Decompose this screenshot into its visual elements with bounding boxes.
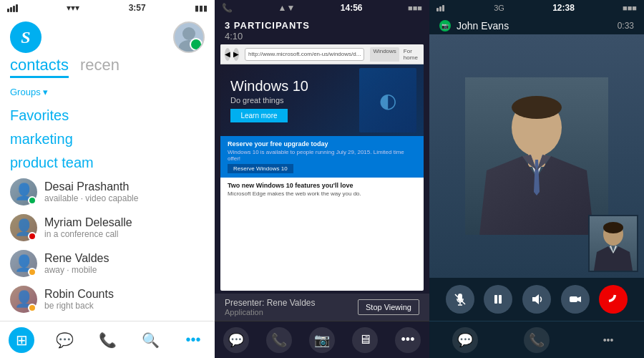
pause-button[interactable] [484, 285, 512, 314]
contact-info-desai: Desai Prashanth available · video capabl… [44, 180, 138, 203]
video-call-header: 📷 John Evans 0:33 [429, 16, 644, 34]
chat-btn-3[interactable]: 💬 [452, 327, 478, 353]
remote-video [429, 34, 644, 278]
participant-count: 3 PARTICIPANTS [225, 20, 310, 31]
contact-status-rene: away · mobile [44, 265, 109, 275]
call-active-indicator: 📷 [439, 20, 451, 32]
status-bar-3: 3G 12:38 ■■■ [429, 0, 644, 16]
contact-item-desai[interactable]: 👤 Desai Prashanth available · video capa… [0, 174, 215, 210]
mute-button[interactable] [446, 285, 474, 314]
back-btn[interactable]: ◀ [225, 48, 230, 61]
contact-info-rene: Rene Valdes away · mobile [44, 252, 109, 275]
avatar-desai: 👤 [10, 178, 37, 205]
contact-info-robin: Robin Counts be right back [44, 288, 114, 311]
svg-point-1 [179, 40, 199, 52]
skype-logo: S [10, 21, 42, 53]
tab-recent[interactable]: recen [80, 56, 119, 78]
status-bar-1: ▾▾▾ 3:57 ▮▮▮ [0, 0, 215, 16]
groups-filter[interactable]: Groups ▾ [0, 84, 215, 103]
contact-info-myriam: Myriam Delesalle in a conference call [44, 216, 132, 239]
hero-graphic: ◐ [359, 68, 416, 132]
screen-btn-2[interactable]: 🖥 [352, 327, 378, 353]
contact-name-robin: Robin Counts [44, 288, 114, 301]
user-avatar[interactable] [173, 21, 205, 53]
wifi-status-2: ▲▼ [278, 3, 296, 13]
contacts-panel: ▾▾▾ 3:57 ▮▮▮ S contacts recen Groups ▾ F… [0, 0, 215, 358]
more-btn-2[interactable]: ••• [395, 327, 421, 353]
more-btn-3[interactable]: ••• [595, 327, 621, 353]
bottom-nav-1: ⊞ 💬 📞 🔍 ••• [0, 321, 215, 358]
url-bar[interactable]: http://www.microsoft.com/en-us/windows/d… [245, 48, 364, 61]
application-label: Application [225, 308, 316, 316]
bottom-nav-2: 💬 📞 📷 🖥 ••• [215, 321, 429, 358]
call-duration-3: 0:33 [618, 21, 634, 31]
contact-item-rene[interactable]: 👤 Rene Valdes away · mobile [0, 246, 215, 281]
clock-1: 3:57 [129, 3, 146, 13]
thumbnail-person-svg [590, 216, 637, 271]
screen-share-view: ◀ ▶ http://www.microsoft.com/en-us/windo… [220, 44, 424, 291]
upgrade-desc: Windows 10 is available to people runnin… [228, 149, 416, 162]
svg-marker-14 [532, 294, 539, 304]
call-duration-2: 4:10 [225, 31, 310, 42]
person-svg [465, 77, 608, 235]
presenter-bar: Presenter: Rene Valdes Application Stop … [215, 294, 429, 321]
battery-2: ■■■ [408, 4, 422, 12]
nav-more-icon[interactable]: ••• [180, 327, 206, 353]
call-controls [429, 278, 644, 321]
windows-hero: Windows 10 Do great things Learn more ◐ [220, 64, 424, 136]
upgrade-title: Reserve your free upgrade today [228, 140, 416, 147]
signal-3g [436, 5, 444, 11]
nav-search-icon[interactable]: 🔍 [137, 327, 163, 353]
phone-btn-3[interactable]: 📞 [524, 327, 550, 353]
avatar-rene: 👤 [10, 250, 37, 277]
upgrade-btn[interactable]: Reserve Windows 10 [228, 164, 293, 173]
phone-btn-2[interactable]: 📞 [266, 327, 292, 353]
nav-call-icon[interactable]: 📞 [94, 327, 120, 353]
svg-point-8 [603, 222, 623, 233]
stop-viewing-button[interactable]: Stop Viewing [358, 299, 419, 315]
signal-strength [7, 4, 18, 12]
battery-3: ■■■ [623, 4, 637, 12]
main-video-feed [429, 34, 644, 278]
section-marketing: marketing [0, 127, 215, 150]
nav-chat-icon[interactable]: 💬 [52, 327, 77, 353]
svg-point-4 [512, 96, 562, 119]
battery-1: ▮▮▮ [195, 4, 208, 13]
nav-apps-icon[interactable]: ⊞ [9, 327, 34, 353]
call-icon-status: 📞 [222, 3, 233, 13]
features-title: Two new Windows 10 features you'll love [228, 182, 416, 189]
avatar-myriam: 👤 [10, 214, 37, 241]
local-video-thumbnail [588, 215, 638, 272]
video-btn-2[interactable]: 📷 [309, 327, 335, 353]
presenter-label: Presenter: Rene Valdes [225, 298, 316, 308]
contact-status-myriam: in a conference call [44, 229, 132, 239]
svg-rect-12 [494, 295, 497, 304]
contact-item-myriam[interactable]: 👤 Myriam Delesalle in a conference call [0, 210, 215, 246]
conference-header: 3 PARTICIPANTS 4:10 [215, 16, 429, 44]
video-camera-button[interactable] [561, 285, 590, 314]
speaker-button[interactable] [522, 285, 551, 314]
bottom-nav-3: 💬 📞 ••• [429, 321, 644, 358]
win10-features: Two new Windows 10 features you'll love … [220, 178, 424, 201]
section-favorites: Favorites [0, 103, 215, 127]
svg-rect-15 [570, 296, 577, 302]
section-product-team: product team [0, 150, 215, 174]
tab-contacts[interactable]: contacts [10, 56, 69, 78]
browser-tab-home[interactable]: For home [401, 47, 421, 62]
forward-btn[interactable]: ▶ [233, 48, 239, 61]
browser-tab-work[interactable]: For work [422, 47, 424, 62]
nav-tabs: contacts recen [0, 56, 215, 78]
learn-more-btn[interactable]: Learn more [230, 109, 288, 122]
browser-tab-windows[interactable]: Windows [370, 47, 399, 62]
chat-btn-2[interactable]: 💬 [223, 327, 249, 353]
contacts-header: S [0, 16, 215, 56]
browser-tabs-row: Windows For home For work [370, 47, 424, 62]
svg-point-0 [182, 27, 195, 40]
video-call-panel: 3G 12:38 ■■■ 📷 John Evans 0:33 [429, 0, 644, 358]
contact-name-rene: Rene Valdes [44, 252, 109, 265]
contact-item-robin[interactable]: 👤 Robin Counts be right back [0, 281, 215, 317]
end-call-button[interactable] [599, 285, 628, 314]
clock-2: 14:56 [341, 3, 363, 13]
avatar-robin: 👤 [10, 286, 37, 313]
conference-panel: 📞 ▲▼ 14:56 ■■■ 3 PARTICIPANTS 4:10 ◀ ▶ h… [215, 0, 429, 358]
